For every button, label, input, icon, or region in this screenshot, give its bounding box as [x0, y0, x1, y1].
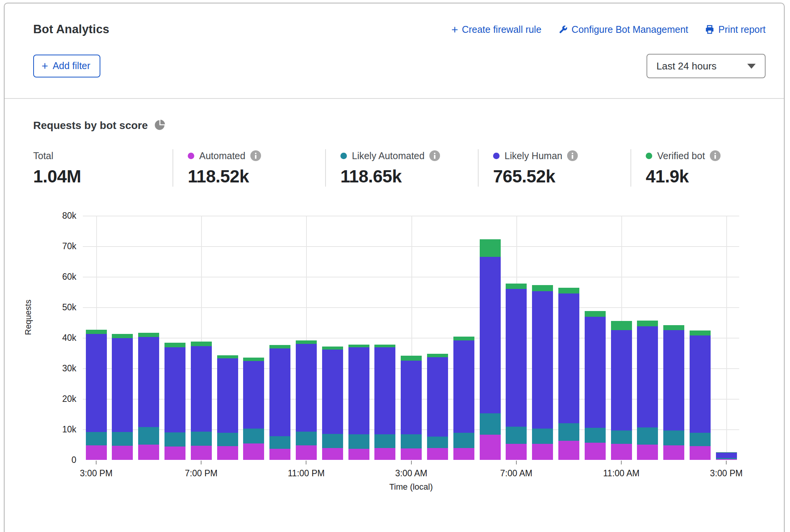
- bar-segment-automated[interactable]: [558, 441, 579, 460]
- bar-segment-likely-automated[interactable]: [532, 429, 553, 444]
- bar-segment-verified-bot[interactable]: [138, 333, 159, 337]
- bar-segment-verified-bot[interactable]: [532, 285, 553, 292]
- bar-segment-likely-human[interactable]: [585, 317, 606, 428]
- bar-segment-verified-bot[interactable]: [243, 358, 264, 361]
- bar-segment-likely-human[interactable]: [374, 347, 395, 434]
- bar-segment-likely-automated[interactable]: [585, 428, 606, 443]
- bar-segment-automated[interactable]: [243, 443, 264, 460]
- bar-segment-likely-human[interactable]: [716, 453, 737, 458]
- bar-segment-likely-automated[interactable]: [348, 434, 369, 449]
- bar-segment-automated[interactable]: [374, 448, 395, 460]
- bar-segment-verified-bot[interactable]: [296, 340, 317, 344]
- bar-segment-verified-bot[interactable]: [506, 284, 527, 289]
- bar-segment-verified-bot[interactable]: [112, 334, 133, 338]
- configure-bot-management-link[interactable]: Configure Bot Management: [558, 24, 688, 35]
- bar-segment-verified-bot[interactable]: [558, 288, 579, 293]
- bar-segment-automated[interactable]: [637, 445, 658, 460]
- bar-segment-automated[interactable]: [453, 448, 474, 460]
- bar-segment-verified-bot[interactable]: [663, 325, 684, 330]
- bar-segment-automated[interactable]: [269, 449, 290, 460]
- print-report-link[interactable]: Print report: [705, 24, 766, 35]
- bar-segment-automated[interactable]: [611, 444, 632, 460]
- bar-segment-automated[interactable]: [690, 446, 711, 460]
- bar-segment-automated[interactable]: [164, 447, 185, 460]
- bar-segment-likely-human[interactable]: [86, 334, 107, 432]
- bar-segment-likely-human[interactable]: [611, 330, 632, 430]
- bar-segment-automated[interactable]: [322, 448, 343, 460]
- info-icon[interactable]: [567, 150, 578, 161]
- bar-segment-likely-human[interactable]: [269, 348, 290, 436]
- bar-segment-automated[interactable]: [532, 444, 553, 460]
- bar-segment-likely-human[interactable]: [506, 289, 527, 427]
- bar-segment-likely-automated[interactable]: [243, 429, 264, 443]
- bar-segment-automated[interactable]: [480, 435, 501, 460]
- bar-segment-likely-automated[interactable]: [506, 427, 527, 444]
- bar-segment-likely-automated[interactable]: [322, 434, 343, 448]
- bar-segment-likely-human[interactable]: [243, 361, 264, 429]
- bar-segment-automated[interactable]: [506, 444, 527, 460]
- bar-segment-verified-bot[interactable]: [480, 239, 501, 257]
- bar-segment-likely-automated[interactable]: [296, 432, 317, 445]
- bar-segment-likely-human[interactable]: [191, 346, 212, 432]
- bar-segment-likely-automated[interactable]: [663, 430, 684, 445]
- bar-segment-automated[interactable]: [217, 446, 238, 460]
- bar-segment-likely-automated[interactable]: [690, 433, 711, 446]
- bar-segment-likely-automated[interactable]: [138, 427, 159, 445]
- bar-segment-verified-bot[interactable]: [690, 330, 711, 336]
- bar-segment-likely-automated[interactable]: [112, 432, 133, 446]
- bar-segment-likely-human[interactable]: [532, 291, 553, 428]
- bar-segment-likely-human[interactable]: [453, 340, 474, 433]
- bar-segment-likely-human[interactable]: [296, 344, 317, 432]
- info-icon[interactable]: [710, 150, 721, 161]
- bar-segment-likely-automated[interactable]: [558, 423, 579, 441]
- bar-segment-verified-bot[interactable]: [191, 342, 212, 346]
- bar-segment-likely-automated[interactable]: [427, 437, 448, 448]
- time-range-dropdown[interactable]: Last 24 hours: [647, 54, 766, 78]
- bar-segment-likely-human[interactable]: [138, 337, 159, 427]
- bar-segment-likely-automated[interactable]: [480, 413, 501, 435]
- bar-segment-automated[interactable]: [138, 445, 159, 460]
- bar-segment-verified-bot[interactable]: [453, 337, 474, 340]
- bar-segment-verified-bot[interactable]: [348, 345, 369, 347]
- bar-segment-likely-automated[interactable]: [401, 434, 422, 448]
- info-icon[interactable]: [250, 150, 261, 161]
- create-firewall-rule-link[interactable]: + Create firewall rule: [451, 24, 542, 35]
- bar-segment-verified-bot[interactable]: [269, 345, 290, 348]
- bar-segment-likely-human[interactable]: [164, 347, 185, 432]
- bar-segment-verified-bot[interactable]: [585, 311, 606, 317]
- bar-segment-likely-automated[interactable]: [217, 433, 238, 446]
- info-icon[interactable]: [429, 150, 440, 161]
- bar-segment-verified-bot[interactable]: [401, 356, 422, 361]
- bar-segment-likely-automated[interactable]: [637, 427, 658, 445]
- bar-segment-likely-automated[interactable]: [191, 432, 212, 446]
- bar-segment-automated[interactable]: [585, 443, 606, 460]
- bar-segment-likely-human[interactable]: [690, 335, 711, 432]
- bar-segment-verified-bot[interactable]: [716, 452, 737, 453]
- bar-segment-likely-human[interactable]: [348, 347, 369, 434]
- bar-segment-automated[interactable]: [86, 445, 107, 460]
- bar-segment-likely-human[interactable]: [401, 361, 422, 434]
- bar-segment-verified-bot[interactable]: [217, 355, 238, 359]
- bar-segment-likely-human[interactable]: [112, 338, 133, 432]
- bar-segment-verified-bot[interactable]: [611, 321, 632, 330]
- bar-segment-likely-automated[interactable]: [86, 432, 107, 445]
- bar-segment-verified-bot[interactable]: [427, 354, 448, 358]
- bar-segment-automated[interactable]: [716, 459, 737, 460]
- bar-segment-likely-human[interactable]: [480, 257, 501, 413]
- add-filter-button[interactable]: + Add filter: [33, 55, 100, 77]
- bar-segment-likely-human[interactable]: [663, 330, 684, 430]
- bar-segment-verified-bot[interactable]: [86, 330, 107, 334]
- bar-segment-likely-human[interactable]: [322, 350, 343, 434]
- bar-segment-likely-automated[interactable]: [164, 432, 185, 447]
- bar-segment-likely-automated[interactable]: [269, 436, 290, 449]
- bar-segment-automated[interactable]: [401, 448, 422, 460]
- bar-segment-likely-human[interactable]: [427, 357, 448, 437]
- bar-segment-automated[interactable]: [191, 446, 212, 460]
- bar-segment-automated[interactable]: [663, 445, 684, 460]
- bar-segment-likely-automated[interactable]: [374, 434, 395, 448]
- bar-segment-automated[interactable]: [296, 445, 317, 460]
- bar-segment-verified-bot[interactable]: [637, 321, 658, 326]
- bar-segment-automated[interactable]: [348, 449, 369, 460]
- bar-segment-likely-automated[interactable]: [716, 458, 737, 459]
- bar-segment-likely-human[interactable]: [217, 358, 238, 432]
